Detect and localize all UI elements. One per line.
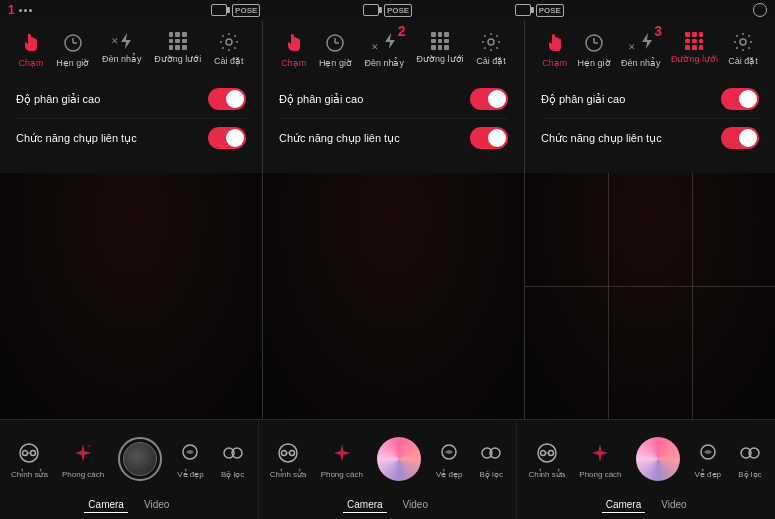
toggle-hires-switch-right[interactable] [721,88,759,110]
toggle-burst-switch-right[interactable] [721,127,759,149]
sparkle-svg-2 [331,442,353,464]
edit-icon-3 [533,439,561,467]
toggle-burst-switch-left[interactable] [208,127,246,149]
toggles-left: Độ phân giải cao Chức năng chụp liên tục [0,76,262,161]
settings-clock-left[interactable]: Hẹn giờ [56,32,89,68]
toolbar-beauty-label-3: Vẻ đẹp [695,470,721,479]
toggles-middle: Độ phân giải cao Chức năng chụp liên tục [263,76,524,161]
gear-svg-right [733,32,753,52]
toolbar-edit-3[interactable]: Chỉnh sửa [528,439,565,479]
toolbar-tab-video-2[interactable]: Video [399,497,432,513]
toolbar-tab-video-1[interactable]: Video [140,497,173,513]
toggle-hires-knob-middle [488,90,506,108]
toolbar-filter-2[interactable]: Bộ lọc [477,439,505,479]
toolbar-tab-camera-2[interactable]: Camera [343,497,387,513]
flash-svg-right [640,32,654,50]
toolbar-filter-1[interactable]: Bộ lọc [219,439,247,479]
clock-icon-middle [324,32,346,54]
toolbar-beauty-label-1: Vẻ đẹp [177,470,203,479]
toggle-hires-knob-right [739,90,757,108]
toolbar-shutter-1[interactable] [118,437,162,481]
settings-flash-left[interactable]: ✕ Đèn nhảy [102,32,142,68]
toolbar-sparkle-label-2: Phong cách [321,470,363,479]
settings-flash-middle[interactable]: ✕ 2 Đèn nhảy [364,32,404,68]
toggle-hires-switch-left[interactable] [208,88,246,110]
status-right [615,3,767,17]
toolbar-sparkle-label-1: Phong cách [62,470,104,479]
toggle-row-burst-left: Chức năng chụp liên tục [16,119,246,157]
toolbar-beauty-3[interactable]: Vẻ đẹp [694,439,722,479]
toolbar-beauty-2[interactable]: Vẻ đẹp [435,439,463,479]
toolbar-tab-video-3[interactable]: Video [657,497,690,513]
toolbar-section-3: Chỉnh sửa Phong cách [517,420,775,519]
toolbar-sparkle-3[interactable]: Phong cách [579,439,621,479]
battery-icon-3 [515,4,531,16]
toolbar-tab-camera-3[interactable]: Camera [602,497,646,513]
sparkle-icon-1 [69,439,97,467]
settings-clock-right[interactable]: Hẹn giờ [578,32,611,68]
toolbar-edit-2[interactable]: Chỉnh sửa [270,439,307,479]
toolbar-icons-row-1: Chỉnh sửa Phong cách [0,420,258,493]
toggle-burst-switch-middle[interactable] [470,127,508,149]
toolbar-beauty-1[interactable]: Vẻ đẹp [176,439,204,479]
toggles-right: Độ phân giải cao Chức năng chụp liên tục [525,76,775,161]
settings-touch-middle[interactable]: Chạm [281,32,306,68]
toggle-hires-switch-middle[interactable] [470,88,508,110]
shutter-outer-1[interactable] [118,437,162,481]
toolbar-filter-3[interactable]: Bộ lọc [736,439,764,479]
toolbar-filter-label-3: Bộ lọc [738,470,761,479]
settings-gear-right[interactable]: Cài đặt [728,32,758,68]
toggle-burst-knob-left [226,129,244,147]
flash-wrapper-right: ✕ 3 [628,32,654,54]
settings-touch-left[interactable]: Chạm [18,32,43,68]
panel1-status: POSE [211,4,260,17]
toolbar-icons-row-3: Chỉnh sửa Phong cách [517,420,775,493]
settings-gear-label-left: Cài đặt [214,56,244,66]
settings-overlay-middle: Chạm Hẹn giờ ✕ [263,20,524,173]
settings-touch-label-right: Chạm [542,58,567,68]
toolbar-sparkle-2[interactable]: Phong cách [321,439,363,479]
toolbar-tabs-2: Camera Video [259,493,517,519]
status-bar: 1 POSE POSE POSE [0,0,775,20]
settings-grid-label-middle: Đường lưới [417,54,464,64]
settings-flash-right[interactable]: ✕ 3 Đèn nhảy [621,32,661,68]
settings-clock-label-right: Hẹn giờ [578,58,611,68]
edit-icon-1 [15,439,43,467]
toolbar-tab-camera-1[interactable]: Camera [84,497,128,513]
svg-point-13 [23,450,28,455]
toggle-row-hires-right: Độ phân giải cao [541,80,759,119]
settings-icons-right: Chạm Hẹn giờ ✕ [525,28,775,76]
flash-svg-left [119,32,133,50]
dots-icon [19,9,32,12]
filter-icon-2 [477,439,505,467]
settings-gear-middle[interactable]: Cài đặt [476,32,506,68]
toolbar-edit-1[interactable]: Chỉnh sửa [11,439,48,479]
settings-clock-middle[interactable]: Hẹn giờ [319,32,352,68]
settings-grid-right[interactable]: Đường lưới [671,32,718,68]
edit-svg-1 [18,442,40,464]
pose-icon-3: POSE [536,4,564,17]
toolbar-gradient-2[interactable] [377,437,421,481]
toolbar-gradient-3[interactable] [636,437,680,481]
clock-icon-right [583,32,605,54]
toggle-hires-label-left: Độ phân giải cao [16,93,100,106]
flash-wrapper-left: ✕ [111,32,133,50]
touch-icon-middle [283,32,305,54]
pose-icon-1: POSE [232,4,260,17]
main-camera-area: Chạm Hẹn giờ ✕ [0,20,775,419]
edit-svg-3 [536,442,558,464]
settings-gear-left[interactable]: Cài đặt [214,32,244,68]
clock-icon-left [62,32,84,54]
settings-grid-left[interactable]: Đường lưới [154,32,201,68]
touch-icon-left [20,32,42,54]
settings-grid-middle[interactable]: Đường lưới [417,32,464,68]
settings-touch-right[interactable]: Chạm [542,32,567,68]
toggle-hires-knob-left [226,90,244,108]
toolbar-filter-label-1: Bộ lọc [221,470,244,479]
camera-panel-left: Chạm Hẹn giờ ✕ [0,20,262,419]
edit-svg-2 [277,442,299,464]
toggle-hires-label-right: Độ phân giải cao [541,93,625,106]
toolbar-sparkle-1[interactable]: Phong cách [62,439,104,479]
camera-panel-right: Chạm Hẹn giờ ✕ [524,20,775,419]
pose-icon-2: POSE [384,4,412,17]
